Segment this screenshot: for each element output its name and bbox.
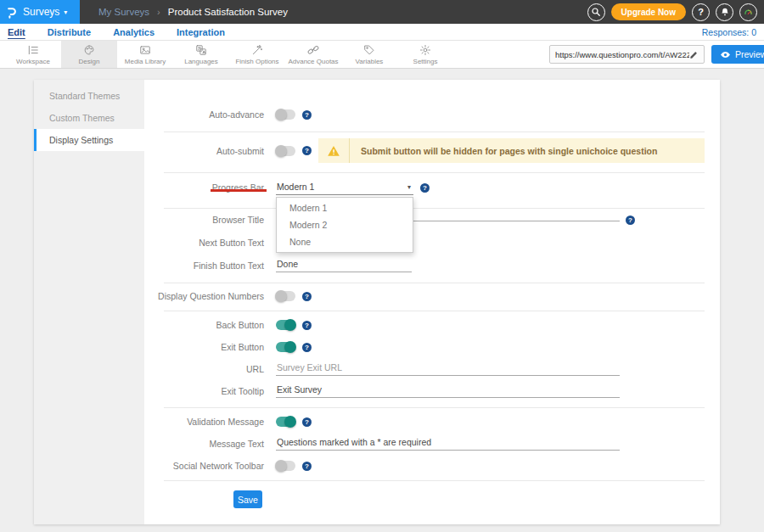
chevron-down-icon: ▾ (407, 183, 411, 191)
toolbar-item-label: Languages (184, 58, 218, 65)
warning-icon-wrap (318, 138, 350, 163)
display-question-numbers-label: Display Question Numbers (144, 291, 276, 301)
toolbar-item-media-library[interactable]: Media Library (117, 41, 173, 68)
gear-icon (419, 44, 431, 56)
validation-message-row: Validation Message ? (144, 411, 720, 433)
display-question-numbers-toggle[interactable] (276, 291, 295, 301)
warning-triangle-icon (327, 144, 340, 158)
select-face[interactable]: Modern 1 ▾ (276, 180, 413, 195)
help-icon[interactable]: ? (302, 343, 312, 352)
message-text-label: Message Text (144, 439, 276, 449)
image-icon (139, 44, 151, 56)
translate-icon (195, 44, 207, 56)
sidebar-item-custom-themes[interactable]: Custom Themes (34, 107, 144, 129)
design-settings-card: Standard Themes Custom Themes Display Se… (34, 80, 720, 524)
tab-edit[interactable]: Edit (8, 27, 25, 37)
bell-icon (720, 7, 730, 17)
help-icon[interactable]: ? (420, 183, 430, 193)
auto-advance-label: Auto-advance (144, 109, 276, 120)
exit-url-input[interactable]: Survey Exit URL (276, 362, 620, 376)
next-button-text-label: Next Button Text (144, 238, 276, 248)
preview-button[interactable]: Preview (711, 45, 764, 64)
exit-tooltip-input[interactable]: Exit Survey (276, 384, 620, 398)
product-switcher[interactable]: Surveys ▾ (0, 0, 80, 24)
help-icon[interactable]: ? (302, 462, 312, 471)
display-settings-form: Auto-advance ? Auto-submit ? (144, 80, 720, 524)
workspace-list-icon (27, 44, 39, 56)
option-modern-2[interactable]: Modern 2 (277, 216, 413, 233)
pencil-edit-icon[interactable] (689, 50, 699, 59)
section-divider (164, 172, 705, 173)
help-icon[interactable]: ? (302, 110, 312, 120)
social-network-toolbar-row: Social Network Toolbar ? (144, 455, 720, 477)
preview-label: Preview (735, 49, 764, 59)
toolbar-item-settings[interactable]: Settings (397, 41, 453, 68)
section-divider (164, 283, 705, 283)
next-button-text-row: Next Button Text Next (144, 232, 720, 254)
help-icon[interactable]: ? (302, 146, 312, 155)
breadcrumb-separator-icon: › (157, 7, 160, 17)
palette-icon (83, 44, 95, 56)
exit-tooltip-label: Exit Tooltip (144, 386, 276, 396)
responses-count[interactable]: Responses: 0 (702, 27, 756, 37)
finish-button-text-input[interactable]: Done (276, 259, 412, 272)
toolbar-item-finish-options[interactable]: Finish Options (229, 41, 285, 68)
notifications-button[interactable] (716, 3, 733, 21)
question-mark-icon: ? (698, 7, 704, 17)
browser-title-row: Browser Title ? (144, 209, 720, 231)
back-button-toggle[interactable] (276, 320, 295, 330)
tag-icon (363, 44, 375, 56)
progress-bar-select[interactable]: Modern 1 ▾ Modern 1 Modern 2 None (276, 180, 413, 195)
page-body: Standard Themes Custom Themes Display Se… (0, 69, 764, 532)
toolbar-item-advance-quotas[interactable]: Advance Quotas (285, 41, 341, 68)
back-button-row: Back Button ? (144, 314, 720, 336)
progress-bar-row: Progress Bar Modern 1 ▾ Modern 1 Modern … (144, 176, 720, 199)
breadcrumb: My Surveys › Product Satisfaction Survey (98, 7, 288, 17)
toggle-knob (275, 109, 287, 120)
save-button[interactable]: Save (233, 490, 262, 508)
validation-message-toggle[interactable] (276, 417, 295, 427)
usage-meter-button[interactable] (739, 3, 757, 21)
social-network-toolbar-toggle[interactable] (276, 461, 295, 471)
survey-title: Product Satisfaction Survey (168, 7, 288, 17)
auto-submit-toggle[interactable] (276, 146, 295, 156)
tab-distribute[interactable]: Distribute (48, 27, 91, 37)
message-text-row: Message Text Questions marked with a * a… (144, 433, 720, 455)
tab-analytics[interactable]: Analytics (113, 27, 154, 37)
search-icon (591, 7, 601, 17)
top-bar: Surveys ▾ My Surveys › Product Satisfact… (0, 0, 764, 24)
sidebar-item-display-settings[interactable]: Display Settings (34, 129, 144, 151)
survey-url-value: https://www.questionpro.com/t/AW22Zh44 (555, 50, 689, 59)
exit-button-toggle[interactable] (276, 342, 295, 352)
upgrade-now-button[interactable]: Upgrade Now (611, 3, 686, 20)
help-icon[interactable]: ? (302, 292, 312, 301)
sidebar-item-standard-themes[interactable]: Standard Themes (34, 85, 144, 107)
survey-url-field[interactable]: https://www.questionpro.com/t/AW22Zh44 (549, 45, 705, 64)
tab-integration[interactable]: Integration (177, 27, 225, 37)
help-icon[interactable]: ? (302, 321, 312, 330)
toolbar-item-variables[interactable]: Variables (341, 41, 397, 68)
search-button[interactable] (587, 3, 605, 21)
toggle-knob (275, 145, 287, 157)
toolbar-item-workspace[interactable]: Workspace (5, 41, 61, 68)
auto-advance-row: Auto-advance ? (144, 104, 720, 126)
help-icon[interactable]: ? (626, 216, 635, 225)
help-button[interactable]: ? (692, 3, 710, 21)
validation-message-label: Validation Message (144, 417, 276, 427)
auto-submit-warning: Submit button will be hidden for pages w… (318, 138, 705, 163)
progress-bar-label: Progress Bar (144, 182, 276, 193)
progress-bar-dropdown: Modern 1 Modern 2 None (276, 197, 413, 253)
toolbar-item-languages[interactable]: Languages (173, 41, 229, 68)
display-question-numbers-row: Display Question Numbers ? (144, 285, 720, 307)
section-divider (164, 311, 705, 311)
option-modern-1[interactable]: Modern 1 (277, 199, 413, 216)
toolbar-item-design[interactable]: Design (61, 41, 117, 68)
option-none[interactable]: None (277, 233, 413, 250)
help-icon[interactable]: ? (302, 417, 312, 427)
breadcrumb-parent[interactable]: My Surveys (98, 7, 149, 17)
exit-button-row: Exit Button ? (144, 336, 720, 358)
message-text-input[interactable]: Questions marked with a * are required (276, 437, 620, 451)
auto-submit-row: Auto-submit ? Submit button will be hidd… (144, 138, 720, 163)
design-sidebar: Standard Themes Custom Themes Display Se… (34, 80, 144, 524)
auto-advance-toggle[interactable] (276, 109, 295, 120)
